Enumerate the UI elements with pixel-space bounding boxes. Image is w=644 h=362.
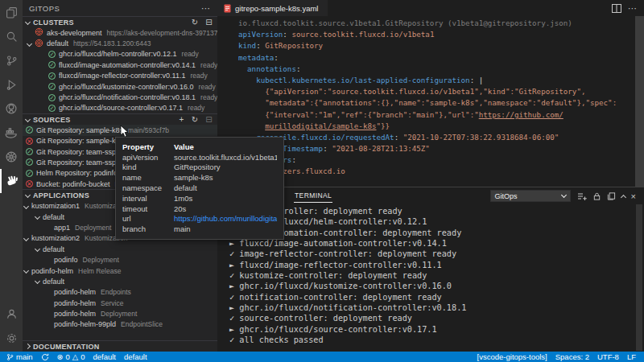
tree-item-description: https://aks-development-dns-39713793.h..… — [107, 29, 217, 37]
source-control-icon[interactable] — [0, 48, 23, 72]
check-circle-icon: ✓ — [26, 126, 33, 134]
activity-bar — [0, 0, 23, 352]
check-circle-icon: ✓ — [26, 170, 33, 177]
collapse-all-icon[interactable]: ⊟ — [205, 116, 213, 124]
terminal-profile-select[interactable]: GitOps — [490, 190, 571, 202]
new-terminal-icon[interactable] — [577, 191, 587, 201]
chevron-down-icon — [35, 246, 40, 252]
terminal-scrollbar[interactable] — [636, 204, 642, 351]
files-icon[interactable] — [0, 0, 23, 24]
tree-item-label: kustomization1 — [31, 202, 80, 210]
tooltip-row: apiVersionsource.toolkit.fluxcd.io/v1bet… — [122, 152, 277, 162]
gitops-icon[interactable] — [0, 169, 23, 193]
application-tree-item[interactable]: podinfo-helmService — [23, 298, 217, 308]
terminal-line: ✓ image-reflector-controller: deployment… — [229, 249, 466, 260]
eol-status-item[interactable]: LF — [627, 352, 636, 361]
maximize-panel-icon[interactable] — [621, 194, 626, 200]
chevron-down-icon — [25, 192, 31, 198]
sync-status-item[interactable] — [41, 353, 49, 361]
run-debug-icon[interactable] — [0, 72, 23, 97]
code-line: apiVersion: source.toolkit.fluxcd.io/v1b… — [238, 30, 617, 41]
branch-status-item[interactable]: main — [6, 352, 33, 361]
terminal-line: ► ghcr.io/fluxcd/notification-controller… — [229, 303, 466, 314]
search-icon[interactable] — [0, 24, 23, 48]
check-circle-icon: ✓ — [48, 94, 56, 101]
cluster-tree-item[interactable]: ✓fluxcd/image-reflector-controller:v0.11… — [23, 71, 217, 81]
check-circle-icon: ✓ — [48, 72, 56, 80]
code-line: annotations: — [238, 64, 617, 76]
settings-gear-icon[interactable] — [0, 326, 23, 350]
editor-more-actions-icon[interactable]: ⋯ — [628, 3, 638, 14]
tooltip-row: interval1m0s — [122, 193, 277, 204]
editor-scrollbar[interactable] — [635, 16, 644, 187]
terminal-line: ✓ notification-controller: deployment re… — [229, 293, 466, 303]
sources-header-label: SOURCES — [33, 116, 71, 124]
github-icon[interactable] — [0, 97, 23, 121]
terminal-line: ► fluxcd/image-reflector-controller:v0.1… — [229, 261, 466, 271]
vscode-window: GITOPS ⋯ CLUSTERS ↻ ⊟ aks-developmenthtt… — [0, 0, 644, 362]
error-count: 0 — [66, 352, 70, 361]
extension-status-item[interactable]: [vscode-gitops-tools] — [477, 352, 547, 361]
indentation-status-item[interactable]: Spaces: 2 — [555, 352, 589, 361]
application-tree-item[interactable]: podinfo-helmDeployment — [23, 308, 217, 319]
lock-icon[interactable] — [592, 191, 601, 201]
kube-context-status-item[interactable]: default — [93, 352, 116, 361]
application-tree-item[interactable]: podinfo-helmEndpoints — [23, 287, 217, 298]
refresh-icon[interactable]: ↻ — [192, 116, 199, 124]
copy-icon[interactable] — [607, 191, 616, 201]
tree-item-label: podinfo-helm — [54, 288, 96, 296]
tree-item-label: Bucket: podinfo-bucket — [36, 180, 110, 188]
close-panel-icon[interactable]: × — [631, 192, 636, 200]
cluster-tree-item[interactable]: ✓ghcr.io/fluxcd/kustomize-controller:v0.… — [23, 81, 217, 92]
tree-item-description: ready — [190, 72, 207, 80]
tree-item-description: Deployment — [83, 256, 119, 264]
documentation-section-header[interactable]: DOCUMENTATION — [23, 340, 217, 352]
problems-status-item[interactable]: ⊗ 0 △ 0 — [57, 352, 85, 361]
application-tree-item[interactable]: podinfo-helm-99pldEndpointSlice — [23, 319, 217, 330]
tree-item-label: ghcr.io/fluxcd/source-controller:v0.17.1 — [59, 104, 183, 112]
application-tree-item[interactable]: default — [23, 276, 217, 286]
error-circle-icon: ✕ — [26, 180, 33, 187]
tree-item-description: ready — [200, 61, 217, 69]
clusters-tree: aks-developmenthttps://aks-development-d… — [23, 27, 217, 113]
tooltip-property: branch — [122, 224, 174, 233]
cluster-tree-item[interactable]: ✓ghcr.io/fluxcd/source-controller:v0.17.… — [23, 103, 217, 113]
tab-terminal[interactable]: TERMINAL — [294, 189, 332, 203]
tooltip-value-link[interactable]: https://github.com/murillodigital/sample… — [174, 214, 277, 223]
sources-section-header[interactable]: SOURCES + ↻ ⊟ — [23, 113, 217, 125]
cluster-tree-item[interactable]: ✓fluxcd/image-automation-controller:v0.1… — [23, 60, 217, 70]
sidebar-more-actions-icon[interactable]: ⋯ — [201, 3, 211, 14]
docker-icon[interactable] — [0, 121, 23, 145]
terminal-line: ✓ all checks passed — [229, 335, 466, 346]
editor-tab[interactable]: gitrepo-sample-k8s.yaml — [217, 0, 328, 16]
tooltip-value: sample-k8s — [174, 173, 277, 182]
tree-item-description: main/593cf7b — [128, 126, 169, 134]
chevron-down-icon — [23, 268, 29, 274]
chevron-down-icon — [35, 214, 40, 220]
cluster-tree-item[interactable]: ✓ghcr.io/fluxcd/notification-controller:… — [23, 92, 217, 102]
cluster-tree-item[interactable]: ✓ghcr.io/fluxcd/helm-controller:v0.12.1r… — [23, 49, 217, 60]
chevron-right-icon — [25, 343, 31, 349]
application-tree-item[interactable]: default — [23, 244, 217, 254]
kube-namespace-status-item[interactable]: default — [124, 352, 147, 361]
chevron-down-icon — [561, 192, 567, 198]
cluster-tree-item[interactable]: defaulthttps://54.183.1.200:6443 — [23, 38, 217, 48]
application-tree-item[interactable]: podinfo-helmHelm Release — [23, 265, 217, 276]
error-circle-icon: ✕ — [26, 138, 33, 145]
tree-item-label: Git Repository: sample-k8s — [36, 126, 123, 134]
add-icon[interactable]: + — [179, 116, 184, 124]
split-editor-icon[interactable] — [612, 4, 621, 13]
tree-item-description: ready — [188, 104, 204, 112]
collapse-all-icon[interactable]: ⊟ — [205, 19, 213, 27]
tree-item-description: EndpointSlice — [121, 320, 163, 328]
refresh-icon[interactable]: ↻ — [192, 19, 199, 27]
application-tree-item[interactable]: podinfoDeployment — [23, 254, 217, 265]
kubernetes-icon[interactable] — [0, 145, 23, 169]
clusters-section-header[interactable]: CLUSTERS ↻ ⊟ — [23, 16, 217, 27]
cluster-tree-item[interactable]: aks-developmenthttps://aks-development-d… — [23, 27, 217, 38]
tree-item-label: app1 — [54, 224, 70, 232]
encoding-status-item[interactable]: UTF-8 — [597, 352, 619, 361]
yaml-editor-content[interactable]: io.fluxcd.toolkit.source.v1beta1.GitRepo… — [238, 19, 617, 179]
account-icon[interactable] — [0, 302, 23, 326]
yaml-file-icon — [224, 4, 231, 13]
